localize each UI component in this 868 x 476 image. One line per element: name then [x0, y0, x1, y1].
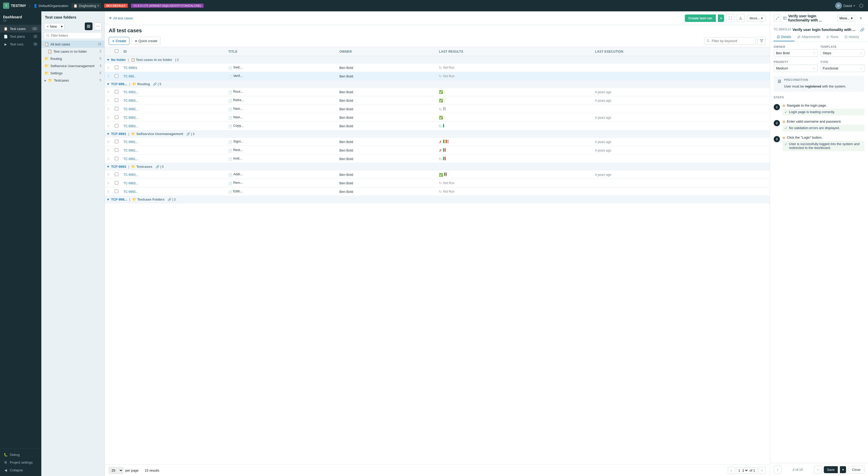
select-all-checkbox[interactable]	[115, 49, 118, 53]
tc-id-ss1[interactable]: TC-9991...	[123, 140, 138, 144]
tc-id-routing1[interactable]: TC-9993...	[123, 90, 138, 94]
row-checkbox[interactable]	[115, 98, 118, 102]
row-checkbox[interactable]	[115, 124, 118, 128]
export-icon[interactable]	[737, 14, 745, 22]
per-page-select[interactable]: 25 50 100	[109, 467, 123, 474]
new-button[interactable]: + New	[44, 23, 59, 30]
row-checkbox[interactable]	[115, 190, 118, 193]
rp-type-select[interactable]: Functional	[820, 65, 865, 72]
tc-id-tc1[interactable]: TC-9993...	[123, 173, 138, 176]
row-checkbox[interactable]	[115, 90, 118, 94]
row-checkbox[interactable]	[115, 148, 118, 152]
folder-item-selfservice[interactable]: 📁 Selfservice Usermanagement 3	[41, 62, 104, 69]
folder-toggle-no-folder[interactable]: ▾	[107, 58, 109, 62]
create-test-run-caret[interactable]: ▾	[718, 14, 724, 22]
next-page-button[interactable]: ›	[758, 467, 766, 474]
sidebar-item-test-runs[interactable]: ▶ Test runs 9	[0, 40, 41, 48]
rp-template-select[interactable]: Steps	[820, 49, 865, 57]
row-checkbox[interactable]	[115, 74, 118, 78]
folder-item-settings[interactable]: 📁 Settings 0	[41, 69, 104, 77]
folder-toggle-routing[interactable]: ▾	[107, 82, 109, 86]
no-folder-label[interactable]: No folder	[111, 58, 126, 62]
drag-handle-icon[interactable]: ⠿	[107, 75, 110, 78]
new-button-caret[interactable]: ▾	[59, 23, 64, 30]
drag-handle-icon[interactable]: ⠿	[107, 99, 110, 102]
sidebar-item-collapse[interactable]: ◀ Collapse	[0, 466, 41, 474]
routing-label[interactable]: TCF-999...	[111, 82, 127, 86]
tcfolders-label[interactable]: TCF-999...	[111, 198, 127, 201]
project-selector[interactable]: 📋 Dogfooding	[71, 3, 101, 8]
rp-save-button[interactable]: Save	[824, 466, 838, 473]
more-options-icon[interactable]: ⋯	[94, 23, 102, 30]
drag-handle-icon[interactable]: ⠿	[107, 107, 110, 111]
main-more-button[interactable]: More... ▾	[747, 15, 766, 22]
rp-owner-select[interactable]: Ben Bold	[774, 49, 818, 57]
filter-button[interactable]	[757, 37, 766, 45]
rp-next-button[interactable]: ›	[814, 466, 822, 473]
create-button[interactable]: + Create	[109, 37, 129, 45]
rp-priority-select[interactable]: Medium	[774, 65, 818, 72]
folder-toggle-selfservice[interactable]: ▾	[107, 132, 109, 136]
drag-handle-icon[interactable]: ⠿	[107, 125, 110, 128]
row-checkbox[interactable]	[115, 172, 118, 176]
folder-toggle-testcases[interactable]: ▾	[107, 165, 109, 169]
rp-tab-runs[interactable]: Runs	[823, 33, 841, 41]
sidebar-item-test-plans[interactable]: 📄 Test plans 2	[0, 33, 41, 40]
row-checkbox[interactable]	[115, 107, 118, 110]
user-menu[interactable]: D David	[835, 2, 855, 9]
rp-close-button[interactable]: ✕	[857, 14, 864, 22]
sidebar-item-project-settings[interactable]: ⚙ Project settings	[0, 458, 41, 466]
drag-handle-icon[interactable]: ⠿	[107, 149, 110, 152]
drag-handle-icon[interactable]: ⠿	[107, 190, 110, 194]
rp-link-icon[interactable]: 🔗	[860, 28, 864, 32]
rp-expand-button[interactable]	[774, 14, 781, 22]
rp-save-caret[interactable]: ▾	[840, 466, 846, 473]
notifications-icon[interactable]	[858, 2, 865, 9]
row-checkbox[interactable]	[115, 157, 118, 160]
drag-handle-icon[interactable]: ⠿	[107, 181, 110, 185]
rp-close-button-footer[interactable]: Close	[848, 466, 864, 473]
keyword-search-input[interactable]	[704, 37, 756, 45]
folder-item-routing[interactable]: 📁 Routing 5	[41, 55, 104, 62]
drag-handle-icon[interactable]: ⠿	[107, 116, 110, 120]
sidebar-item-test-cases[interactable]: 📋 Test cases 15	[0, 25, 41, 33]
tc-id-tc2[interactable]: TC-9993...	[123, 181, 138, 185]
testcases-label[interactable]: TCF-9993	[111, 165, 126, 169]
row-checkbox[interactable]	[115, 115, 118, 119]
drag-handle-icon[interactable]: ⠿	[107, 140, 110, 144]
tc-id-999-selected[interactable]: TC-999...	[123, 75, 136, 78]
prev-page-button[interactable]: ‹	[728, 467, 735, 474]
tc-id-tc3[interactable]: TC-9993...	[123, 190, 138, 194]
rp-prev-button[interactable]: ‹	[774, 466, 781, 473]
selfservice-label[interactable]: TCF-9991	[111, 132, 126, 136]
sidebar-item-debug[interactable]: 🐛 Debug	[0, 451, 41, 458]
folder-search-input[interactable]	[44, 32, 102, 39]
all-test-cases-link[interactable]: 👁 All test cases	[109, 16, 133, 20]
app-logo[interactable]: T TESTINY	[3, 3, 26, 9]
tc-id-routing4[interactable]: TC-9993...	[123, 116, 138, 120]
tc-id-routing2[interactable]: TC-9993...	[123, 99, 138, 102]
rp-more-button[interactable]: More... ▾	[837, 15, 855, 22]
tc-id-ss3[interactable]: TC-9991...	[123, 157, 138, 161]
tc-id-routing5[interactable]: TC-9993...	[123, 125, 138, 128]
row-checkbox[interactable]	[115, 181, 118, 184]
create-test-run-button[interactable]: Create test run	[685, 14, 716, 22]
org-selector[interactable]: 👤 DefaultOrganization	[33, 4, 68, 8]
rp-tab-details[interactable]: Details	[774, 33, 795, 41]
drag-handle-icon[interactable]: ⠿	[107, 66, 110, 70]
row-checkbox[interactable]	[115, 66, 118, 69]
folder-toggle-tcfolders[interactable]: ▾	[107, 198, 109, 201]
quick-create-button[interactable]: + Quick create	[131, 37, 161, 45]
folder-item-testcases[interactable]: ▶ 📁 Testcases 5	[41, 77, 104, 84]
rp-tab-attachments[interactable]: Attachments	[795, 33, 823, 41]
drag-handle-icon[interactable]: ⠿	[107, 157, 110, 161]
drag-handle-icon[interactable]: ⠿	[107, 90, 110, 94]
row-checkbox[interactable]	[115, 140, 118, 143]
tc-id-ss2[interactable]: TC-9991...	[123, 149, 138, 152]
fullscreen-icon[interactable]	[726, 14, 735, 22]
filter-icon[interactable]	[85, 23, 92, 30]
folder-item-all-test-cases[interactable]: 📋 All test cases 15	[41, 40, 104, 48]
rp-tab-history[interactable]: History	[841, 33, 862, 41]
folder-item-no-folder[interactable]: 📋 Test cases in no folder 2	[41, 48, 104, 55]
tc-id-99901[interactable]: TC-99901	[123, 66, 137, 70]
